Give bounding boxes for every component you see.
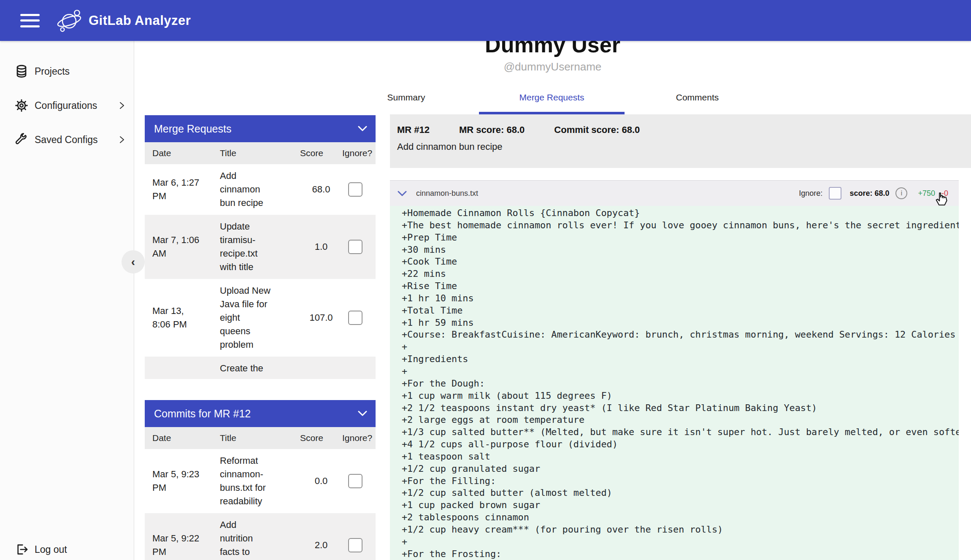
tab-summary[interactable]: Summary (333, 83, 479, 112)
diff-line: +2 1/2 teaspoons instant dry yeast* (I l… (402, 402, 959, 414)
row-score: 2.0 (300, 540, 342, 551)
commits-table-header: DateTitleScoreIgnore? (145, 427, 376, 449)
diff-line: +Prep Time (402, 232, 959, 244)
diff-line: + (402, 365, 959, 378)
commits-panel: Commits for MR #12 DateTitleScoreIgnore?… (145, 400, 376, 560)
sidebar-item-configurations[interactable]: Configurations (0, 92, 134, 119)
table-row[interactable]: Mar 13, 8:06 PMUpload New Java file for … (145, 279, 376, 357)
row-title: Add cinnamon bun recipe (220, 169, 271, 210)
tab-comments[interactable]: Comments (625, 83, 770, 112)
diff-line: +2 large eggs at room temperature (402, 414, 959, 426)
column-header-score: Score (300, 433, 342, 443)
merge-requests-panel: Merge Requests DateTitleScoreIgnore? Mar… (145, 115, 376, 379)
diff-line: +22 mins (402, 268, 959, 280)
column-header-date: Date (152, 433, 220, 443)
ignore-checkbox[interactable] (348, 311, 362, 325)
app-bar: GitLab Analyzer (0, 0, 971, 41)
diff-line: +Rise Time (402, 280, 959, 292)
diff-ignore-label: Ignore: (799, 189, 822, 198)
row-date: Mar 6, 1:27 PM (152, 176, 202, 203)
table-row[interactable]: Mar 5, 9:23 PMReformat cinnamon-buns.txt… (145, 449, 376, 513)
row-title: Add nutrition facts to cinnamon (220, 518, 271, 560)
row-score: 1.0 (300, 241, 342, 252)
commits-panel-header[interactable]: Commits for MR #12 (145, 400, 376, 427)
diff-line: +Course: BreakfastCuisine: AmericanKeywo… (402, 329, 959, 341)
diff-score-label: score: 68.0 (849, 189, 889, 198)
ignore-checkbox[interactable] (348, 240, 362, 254)
chevron-right-icon (119, 135, 125, 144)
ignore-checkbox[interactable] (348, 538, 362, 552)
diff-line: +1/2 cup granulated sugar (402, 463, 959, 475)
diff-line: +Homemade Cinnamon Rolls {Cinnabon Copyc… (402, 207, 959, 219)
logout-button[interactable]: Log out (0, 537, 134, 560)
table-row[interactable]: Mar 5, 9:22 PMAdd nutrition facts to cin… (145, 513, 376, 560)
diff-file-header[interactable]: cinnamon-buns.txt Ignore: score: 68.0 i … (390, 181, 959, 206)
sidebar-collapse-button[interactable]: ‹ (122, 250, 145, 273)
diff-line: +1 hr 59 mins (402, 317, 959, 329)
commit-score: Commit score: 68.0 (554, 124, 640, 135)
chevron-right-icon (119, 101, 125, 110)
table-row[interactable]: Create the (145, 357, 376, 379)
merge-requests-panel-title: Merge Requests (154, 123, 231, 135)
row-score: 68.0 (300, 184, 342, 195)
sidebar-item-saved-configs[interactable]: Saved Configs (0, 126, 134, 153)
mr-number: MR #12 (397, 124, 430, 135)
wrench-icon (14, 133, 29, 147)
row-score: 0.0 (300, 476, 342, 487)
logout-label: Log out (35, 544, 67, 555)
sidebar: ProjectsConfigurationsSaved Configs Log … (0, 41, 134, 560)
diff-line: +1 cup warm milk (about 115 degrees F) (402, 390, 959, 402)
diff-line: + (402, 341, 959, 353)
ignore-checkbox[interactable] (348, 182, 362, 197)
diff-line: +For the Dough: (402, 378, 959, 390)
diff-line: +Cook Time (402, 256, 959, 268)
diff-line: +1 teaspoon salt (402, 451, 959, 463)
diff-line: +The best homemade cinnamon rolls ever! … (402, 219, 959, 232)
chevron-down-icon (358, 126, 367, 132)
row-title: Reformat cinnamon-buns.txt for readabili… (220, 454, 271, 508)
sidebar-item-label: Configurations (35, 100, 97, 111)
column-header-title: Title (220, 433, 300, 443)
profile-username: @dummyUsername (134, 60, 971, 73)
diff-line: +Total Time (402, 305, 959, 317)
chevron-down-icon (358, 411, 367, 417)
table-row[interactable]: Mar 7, 1:06 AMUpdate tiramisu-recipe.txt… (145, 215, 376, 279)
sidebar-item-label: Saved Configs (35, 134, 98, 146)
diff-line: + (402, 536, 959, 548)
mr-score: MR score: 68.0 (459, 124, 525, 135)
menu-icon[interactable] (20, 14, 40, 27)
column-header-score: Score (300, 148, 342, 158)
gear-icon (14, 98, 29, 113)
diff-line: +For the Filling: (402, 475, 959, 487)
info-icon[interactable]: i (895, 187, 907, 199)
diff-line: +30 mins (402, 244, 959, 256)
column-header-ignore: Ignore? (342, 148, 372, 158)
row-title: Create the (220, 362, 271, 375)
mouse-cursor-hand (933, 192, 949, 208)
mr-table-header: DateTitleScoreIgnore? (145, 142, 376, 164)
diff-line: +4 1/2 cups all-purpose flour (divided) (402, 438, 959, 451)
sidebar-item-projects[interactable]: Projects (0, 58, 134, 85)
diff-filename: cinnamon-buns.txt (416, 189, 478, 198)
row-title: Upload New Java file for eight queens pr… (220, 284, 271, 352)
planet-logo-icon (56, 7, 83, 34)
logout-icon (15, 543, 29, 556)
ignore-checkbox[interactable] (348, 474, 362, 488)
chevron-down-icon (398, 191, 407, 196)
row-date: Mar 5, 9:22 PM (152, 532, 202, 559)
row-date: Mar 13, 8:06 PM (152, 304, 202, 331)
diff-line: +1/2 cup heavy cream*** (for pouring ove… (402, 524, 959, 536)
diff-additions: +750 (918, 189, 935, 198)
mr-summary-strip: MR #12 MR score: 68.0 Commit score: 68.0… (390, 114, 971, 168)
merge-requests-panel-header[interactable]: Merge Requests (145, 115, 376, 142)
table-row[interactable]: Mar 6, 1:27 PMAdd cinnamon bun recipe68.… (145, 164, 376, 215)
diff-line: +2 tablespoons cinnamon (402, 511, 959, 524)
row-date: Mar 7, 1:06 AM (152, 233, 202, 260)
diff-line: +For the Frosting: (402, 548, 959, 560)
commits-panel-title: Commits for MR #12 (154, 408, 251, 420)
gitlab-analyzer-app: Dummy User @dummyUsername SummaryMerge R… (0, 0, 971, 560)
diff-ignore-checkbox[interactable] (829, 187, 841, 200)
diff-card: cinnamon-buns.txt Ignore: score: 68.0 i … (390, 180, 959, 560)
diff-line: +1/3 cup salted butter** (Melted, but ma… (402, 426, 959, 438)
tab-merge-requests[interactable]: Merge Requests (479, 83, 625, 112)
